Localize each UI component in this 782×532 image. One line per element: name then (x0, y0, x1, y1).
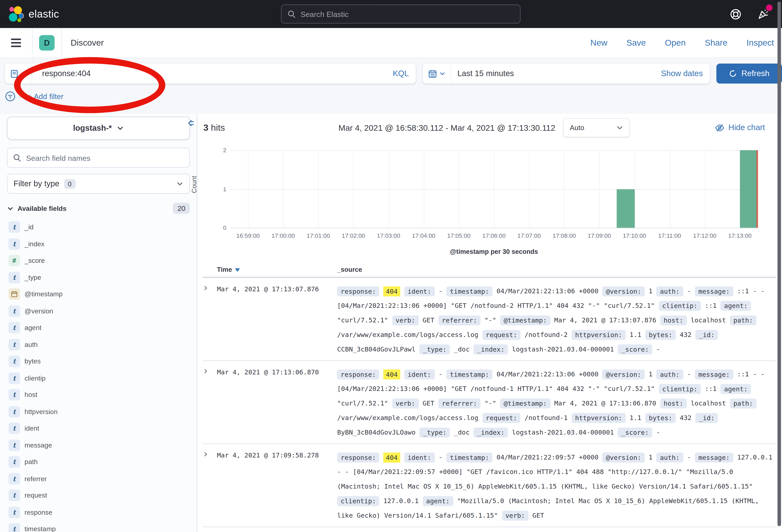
field-badge[interactable]: referrer: (438, 398, 481, 408)
field-badge[interactable]: auth: (656, 286, 683, 296)
field-badge[interactable]: _id: (696, 413, 718, 423)
field-item-version[interactable]: t@version (7, 303, 190, 319)
field-item-timestamp[interactable]: ttimestamp (7, 521, 190, 532)
field-item-message[interactable]: tmessage (7, 437, 190, 454)
histogram-bar[interactable] (740, 150, 757, 228)
nav-new-link[interactable]: New (591, 38, 607, 48)
menu-icon[interactable] (11, 36, 21, 49)
field-badge[interactable]: agent: (423, 496, 453, 506)
field-badge[interactable]: path: (730, 315, 757, 325)
vertical-scrollbar[interactable] (777, 2, 781, 526)
nav-save-link[interactable]: Save (627, 38, 646, 48)
quick-select-button[interactable] (423, 64, 452, 84)
field-badge[interactable]: message: (695, 369, 733, 379)
field-item-ident[interactable]: tident (7, 420, 190, 437)
field-item-path[interactable]: tpath (7, 454, 190, 470)
whats-new-button[interactable] (757, 8, 770, 21)
filter-icon[interactable] (5, 91, 15, 102)
refresh-button[interactable]: Refresh (716, 64, 782, 84)
field-badge[interactable]: path: (730, 398, 757, 408)
field-badge[interactable]: host: (660, 398, 687, 408)
field-badge[interactable]: @timestamp: (500, 398, 550, 408)
field-badge[interactable]: clientip: (337, 496, 380, 506)
field-badge[interactable]: clientip: (659, 301, 701, 311)
field-badge[interactable]: _index: (473, 344, 508, 354)
field-badge[interactable]: verb: (392, 315, 419, 325)
expand-row-icon[interactable] (203, 284, 217, 356)
available-fields-toggle[interactable]: Available fields 20 (7, 203, 190, 214)
global-search-input[interactable]: Search Elastic (281, 5, 521, 24)
saved-query-menu-button[interactable] (5, 64, 32, 84)
time-range-value[interactable]: Last 15 minutes (452, 69, 661, 78)
field-badge[interactable]: httpversion: (572, 413, 626, 423)
field-badge[interactable]: verb: (502, 510, 529, 520)
field-badge[interactable]: auth: (656, 452, 683, 462)
field-item-_type[interactable]: t_type (7, 269, 190, 286)
field-badge[interactable]: _score: (618, 344, 652, 354)
field-item-_index[interactable]: t_index (7, 235, 190, 252)
field-item-auth[interactable]: tauth (7, 336, 190, 353)
histogram-bar[interactable] (617, 189, 635, 228)
field-search-input[interactable]: Search field names (7, 148, 190, 168)
field-item-clientip[interactable]: tclientip (7, 370, 190, 386)
nav-share-link[interactable]: Share (705, 38, 727, 48)
field-badge[interactable]: host: (660, 315, 687, 325)
index-pattern-select[interactable]: logstash-* (7, 117, 190, 140)
histogram-chart[interactable]: Count @timestamp per 30 seconds 01216:59… (198, 142, 782, 258)
field-badge[interactable]: request: (482, 330, 521, 340)
field-badge[interactable]: httpversion: (572, 330, 626, 340)
field-badge[interactable]: @version: (602, 286, 645, 296)
field-badge[interactable]: ident: (404, 452, 435, 462)
field-badge[interactable]: @timestamp: (500, 315, 550, 325)
field-item-host[interactable]: thost (7, 386, 190, 403)
field-item-httpversion[interactable]: thttpversion (7, 403, 190, 420)
field-badge[interactable]: agent: (720, 384, 751, 394)
field-badge[interactable]: message: (695, 286, 733, 296)
query-input[interactable]: response:404 KQL (5, 64, 416, 84)
field-badge[interactable]: _type: (420, 427, 450, 437)
field-badge[interactable]: response: (337, 286, 380, 296)
query-language-button[interactable]: KQL (393, 69, 416, 78)
field-item-_score[interactable]: #_score (7, 252, 190, 269)
field-badge[interactable]: ident: (404, 369, 435, 379)
elastic-logo[interactable]: elastic (0, 6, 59, 23)
field-badge[interactable]: timestamp: (447, 369, 493, 379)
query-text[interactable]: response:404 (32, 69, 393, 78)
field-badge[interactable]: _index: (473, 427, 508, 437)
field-badge[interactable]: _type: (420, 344, 450, 354)
field-badge[interactable]: agent: (720, 301, 751, 311)
date-picker[interactable]: Last 15 minutes Show dates (423, 64, 710, 84)
field-badge[interactable]: bytes: (645, 330, 676, 340)
field-badge[interactable]: timestamp: (447, 286, 493, 296)
expand-row-icon[interactable] (203, 450, 217, 523)
show-dates-link[interactable]: Show dates (661, 69, 710, 78)
field-badge[interactable]: clientip: (659, 384, 701, 394)
sort-desc-icon[interactable] (235, 268, 240, 272)
help-icon[interactable] (730, 8, 742, 20)
field-badge[interactable]: referrer: (438, 315, 481, 325)
field-item-_id[interactable]: t_id (7, 219, 190, 235)
field-badge[interactable]: _id: (696, 330, 718, 340)
field-badge[interactable]: @version: (602, 369, 645, 379)
expand-row-icon[interactable] (203, 367, 217, 440)
interval-select[interactable]: Auto (563, 118, 630, 137)
field-badge[interactable]: timestamp: (447, 452, 493, 462)
filter-by-type-select[interactable]: Filter by type 0 (7, 174, 190, 194)
collapse-sidebar-icon[interactable] (186, 119, 195, 127)
field-badge[interactable]: @version: (602, 452, 645, 462)
column-header-time[interactable]: Time (203, 266, 337, 273)
discover-app-badge[interactable]: D (39, 35, 55, 50)
field-badge[interactable]: message: (695, 452, 733, 462)
field-item-referrer[interactable]: treferrer (7, 470, 190, 487)
field-badge[interactable]: _score: (618, 427, 652, 437)
field-item-bytes[interactable]: tbytes (7, 353, 190, 370)
field-badge[interactable]: bytes: (645, 413, 676, 423)
field-item-timestamp[interactable]: @timestamp (7, 286, 190, 303)
field-item-request[interactable]: trequest (7, 487, 190, 504)
field-badge[interactable]: ident: (404, 286, 435, 296)
nav-open-link[interactable]: Open (665, 38, 686, 48)
field-item-response[interactable]: tresponse (7, 504, 190, 521)
field-badge[interactable]: response: (337, 369, 380, 379)
field-badge[interactable]: request: (482, 413, 521, 423)
field-badge[interactable]: auth: (656, 369, 683, 379)
